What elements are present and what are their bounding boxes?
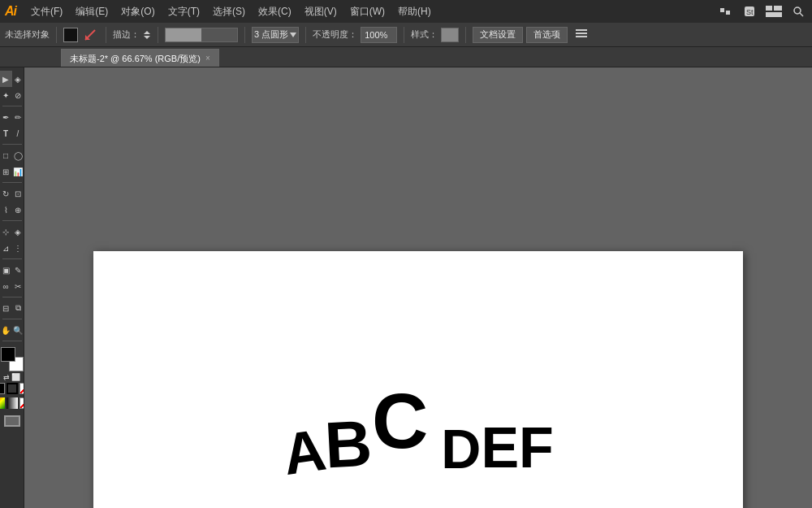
free-transform-btn[interactable]: ⊹ — [0, 224, 12, 240]
letter-E: E — [481, 415, 519, 480]
toolbar-sep-1 — [56, 27, 57, 43]
zoom-btn[interactable]: 🔍 — [12, 322, 24, 338]
tool-sep-6 — [2, 297, 22, 297]
tool-group-pen: ✒ ✏ — [0, 109, 24, 125]
tool-sep-1 — [2, 106, 22, 106]
tab-bar: 未标题-2* @ 66.67% (RGB/预览) × — [0, 47, 812, 67]
line-tool-btn[interactable]: / — [12, 125, 24, 141]
svg-rect-0 — [720, 8, 724, 12]
tool-sep-4 — [2, 220, 22, 221]
tool-group-shape: □ ◯ — [0, 147, 24, 163]
bridge-icon[interactable] — [716, 2, 734, 20]
warp-tool-btn[interactable]: ⌇ — [0, 202, 12, 218]
no-selection-label: 未选择对象 — [5, 28, 50, 41]
tab-label: 未标题-2* @ 66.67% (RGB/预览) — [70, 50, 201, 67]
width-tool-btn[interactable]: ⊕ — [12, 202, 24, 218]
toolbar-sep-5 — [305, 27, 306, 43]
select-tool-btn[interactable]: ▶ — [0, 71, 12, 87]
tool-group-type: T / — [0, 125, 24, 141]
style-swatch[interactable] — [441, 28, 459, 42]
stroke-color-btn[interactable] — [81, 26, 99, 44]
svg-point-7 — [794, 7, 801, 14]
letter-D: D — [441, 417, 481, 480]
fill-mode-btn[interactable] — [0, 383, 5, 394]
stroke-label: 描边： — [113, 28, 140, 41]
tab-close-btn[interactable]: × — [205, 50, 210, 67]
gradient-mode-btn[interactable] — [6, 397, 18, 409]
tool-group-grid: ⊞ 📊 — [0, 163, 24, 180]
doc-settings-btn[interactable]: 文档设置 — [473, 27, 523, 43]
menu-help[interactable]: 帮助(H) — [391, 0, 438, 23]
opacity-label: 不透明度： — [313, 28, 357, 41]
scissors-btn[interactable]: ✂ — [12, 278, 24, 294]
stroke-mode-btn[interactable] — [6, 383, 18, 394]
rect-tool-btn[interactable]: □ — [0, 147, 12, 163]
hand-btn[interactable]: ✋ — [0, 322, 12, 338]
pencil-tool-btn[interactable]: ✏ — [12, 109, 24, 125]
menu-file[interactable]: 文件(F) — [24, 0, 69, 23]
menu-select[interactable]: 选择(S) — [206, 0, 252, 23]
grid-tool-btn[interactable]: ⊞ — [0, 163, 12, 180]
fill-stroke-row — [0, 383, 24, 394]
mesh-btn[interactable]: ⋮ — [12, 240, 24, 256]
foreground-color[interactable] — [1, 347, 15, 362]
default-colors-btn[interactable]: ⬜ — [11, 373, 20, 381]
main-area: ▶ ◈ ✦ ⊘ ✒ ✏ T / □ ◯ ⊞ 📊 ↻ ⊡ ⌇ — [0, 67, 812, 508]
scale-tool-btn[interactable]: ⊡ — [12, 185, 24, 202]
svg-text:St: St — [746, 8, 754, 16]
swap-colors-btn[interactable]: ⇄ — [3, 373, 10, 381]
color-control-row: ⇄ ⬜ — [3, 373, 20, 381]
toolbar-sep-3 — [158, 27, 158, 43]
svg-rect-1 — [726, 11, 730, 15]
opacity-input[interactable] — [361, 27, 397, 43]
menu-view[interactable]: 视图(V) — [298, 0, 343, 23]
direct-select-tool-btn[interactable]: ◈ — [12, 71, 24, 87]
letter-F: F — [519, 415, 554, 480]
shape-builder-btn[interactable]: ◈ — [12, 224, 24, 240]
svg-rect-10 — [576, 33, 587, 34]
stock-icon[interactable]: St — [741, 2, 758, 20]
tool-group-warp: ⌇ ⊕ — [0, 202, 24, 218]
ellipse-tool-btn[interactable]: ◯ — [12, 147, 24, 163]
magic-wand-tool-btn[interactable]: ✦ — [0, 87, 12, 103]
def-group: D E F — [441, 415, 554, 480]
menu-object[interactable]: 对象(O) — [114, 0, 161, 23]
menu-edit[interactable]: 编辑(E) — [69, 0, 114, 23]
search-icon[interactable] — [789, 2, 807, 20]
screen-mode-row — [4, 415, 20, 427]
menu-right-icons: St — [716, 2, 807, 20]
letter-B: B — [323, 411, 374, 479]
tool-group-magic: ✦ ⊘ — [0, 87, 24, 103]
color-mode-btn[interactable] — [0, 397, 5, 409]
perspective-btn[interactable]: ⊿ — [0, 240, 12, 256]
toolbar-extras-btn[interactable] — [574, 26, 589, 44]
stroke-spinner[interactable] — [143, 29, 151, 41]
toolbar-sep-6 — [404, 27, 404, 43]
gradient-btn[interactable]: ▣ — [0, 262, 12, 278]
slice-btn[interactable]: ⧉ — [12, 300, 24, 316]
workspace-icon[interactable] — [765, 2, 783, 20]
toolbar-sep-4 — [244, 27, 245, 43]
bar-chart-tool-btn[interactable]: 📊 — [12, 163, 24, 180]
document-tab[interactable]: 未标题-2* @ 66.67% (RGB/预览) × — [61, 49, 219, 67]
svg-rect-5 — [774, 6, 782, 11]
menu-window[interactable]: 窗口(W) — [343, 0, 391, 23]
color-swatches — [1, 347, 25, 371]
svg-rect-6 — [766, 12, 782, 17]
type-tool-btn[interactable]: T — [0, 125, 12, 141]
menu-effect[interactable]: 效果(C) — [252, 0, 298, 23]
fill-color-swatch[interactable] — [63, 28, 78, 42]
abc-group: A B C — [283, 388, 428, 477]
artboard-btn[interactable]: ⊟ — [0, 300, 12, 316]
preferences-btn[interactable]: 首选项 — [526, 27, 568, 43]
screen-mode-btn[interactable] — [4, 415, 20, 427]
rotate-tool-btn[interactable]: ↻ — [0, 185, 12, 202]
blend-btn[interactable]: ∞ — [0, 278, 12, 294]
point-type-dropdown[interactable]: 3 点圆形 — [252, 27, 299, 43]
letter-C: C — [372, 376, 428, 466]
lasso-tool-btn[interactable]: ⊘ — [12, 87, 24, 103]
pen-tool-btn[interactable]: ✒ — [0, 109, 12, 125]
eyedropper-btn[interactable]: ✎ — [12, 262, 24, 278]
svg-rect-9 — [576, 29, 587, 31]
menu-text[interactable]: 文字(T) — [162, 0, 206, 23]
